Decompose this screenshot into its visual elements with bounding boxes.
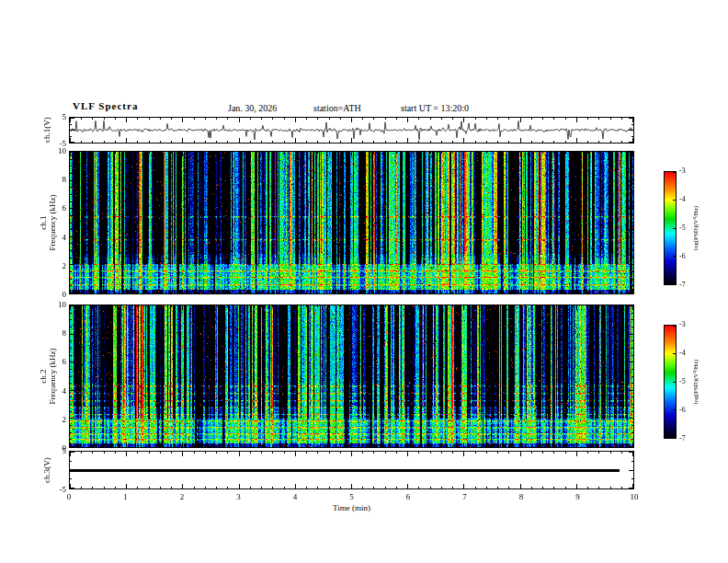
x-tick [508,152,509,154]
x-tick [272,445,273,447]
x-tick [610,141,611,143]
x-tick [227,452,228,454]
x-tick [104,141,105,143]
colorbar-ch1-label: log(PSD)(V²/Hz) [692,206,700,250]
x-tick [598,152,599,154]
x-tick [486,305,487,307]
time-axis-label: Time (min) [69,503,634,512]
colorbar-tick-label: -6 [679,252,686,260]
x-tick [284,445,285,447]
y-tick [631,348,633,349]
x-tick [92,292,93,293]
x-tick [385,445,386,447]
x-tick [542,152,543,154]
x-tick [598,452,599,454]
x-tick [542,445,543,447]
y-tick [70,313,72,314]
x-tick [587,305,588,307]
x-tick [385,305,386,307]
x-tick [261,487,262,488]
y-tick [631,159,633,160]
x-tick [542,487,543,488]
x-tick [81,292,82,293]
x-tick [385,152,386,154]
x-tick [508,141,509,143]
y-tick [629,446,633,447]
x-tick [104,118,105,120]
x-tick [194,487,195,488]
x-tick [171,152,172,154]
y-tick [70,250,72,251]
y-tick [70,201,72,202]
y-tick [70,152,74,153]
x-tick [407,484,408,488]
x-tick [205,445,206,447]
x-tick [205,141,206,143]
y-tick [631,215,633,216]
y-tick-label: 10 [37,300,66,309]
x-tick [160,305,161,307]
x-tick [171,141,172,143]
x-tick [317,292,318,293]
x-tick [542,452,543,454]
x-tick [92,152,93,154]
x-tick [239,442,240,447]
x-tick [463,152,464,156]
x-tick [104,152,105,154]
x-tick [205,118,206,120]
x-tick [486,487,487,488]
y-tick [70,355,72,356]
colorbar-tick-label: -3 [679,167,686,175]
y-tick [70,396,72,397]
y-tick [631,194,633,195]
x-tick [497,292,498,293]
x-tick [272,305,273,307]
y-tick [70,159,72,160]
x-tick [553,452,554,454]
x-tick [227,292,228,293]
y-tick [631,258,633,259]
x-tick [351,452,352,456]
x-tick [576,305,577,310]
ch1-voltage-panel [69,117,634,144]
x-tick [475,141,476,143]
colorbar-tick-label: -3 [679,320,686,328]
x-tick [475,292,476,293]
x-tick [396,152,397,154]
x-tick [553,305,554,307]
x-tick [272,487,273,488]
x-tick [452,292,453,293]
x-tick [295,452,296,456]
x-tick [227,118,228,120]
x-tick [306,487,307,488]
colorbar-tick [673,409,676,410]
y-tick [631,396,633,397]
x-tick [565,141,566,143]
y-tick [631,173,633,174]
x-tick [160,141,161,143]
y-tick [629,488,633,488]
x-tick [441,305,442,307]
x-tick [531,118,532,120]
x-tick [452,118,453,120]
y-tick [629,452,633,453]
x-tick [486,445,487,447]
x-tick-label: 4 [284,492,306,501]
vlf-spectra-figure: VLF Spectra Jan. 30, 2026 station=ATH st… [0,0,728,563]
x-tick [441,445,442,447]
y-tick [70,264,74,265]
y-tick [70,215,72,216]
x-tick [463,452,464,456]
y-tick [631,285,633,286]
x-tick [137,452,138,454]
x-tick [261,445,262,447]
x-tick [216,118,217,120]
x-tick [306,445,307,447]
colorbar-tick-label: -7 [679,281,686,289]
x-tick [621,152,622,154]
y-tick [629,142,633,143]
colorbar-tick [673,353,676,354]
x-tick [126,442,127,447]
station-label: station=ATH [313,103,361,113]
ch3-voltage-axis-label: ch.3(V) [42,457,51,483]
